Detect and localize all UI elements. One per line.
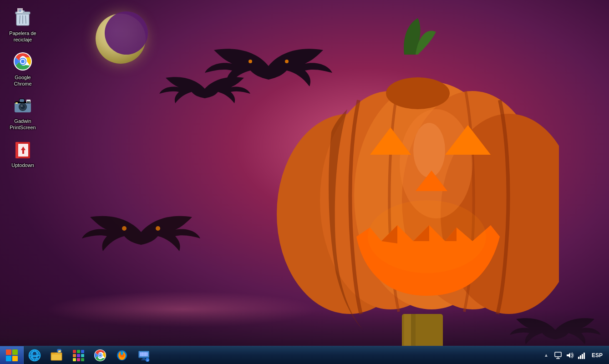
- network-icon[interactable]: [553, 351, 563, 360]
- desktop-icon-gadwin[interactable]: 📷 Gadwin PrintScreen: [5, 92, 41, 133]
- svg-point-3: [156, 226, 160, 231]
- taskbar-item-firefox[interactable]: [112, 347, 132, 364]
- volume-icon[interactable]: [565, 351, 574, 360]
- svg-line-29: [25, 15, 26, 24]
- apps-grid-icon: [72, 349, 85, 362]
- svg-rect-56: [6, 356, 11, 361]
- svg-marker-96: [567, 353, 570, 358]
- taskbar-item-apps[interactable]: [68, 347, 88, 364]
- moon: [96, 14, 146, 64]
- desktop-icons: ♻ Papelera de reciclaje: [5, 5, 41, 170]
- svg-point-78: [99, 354, 102, 356]
- taskbar-item-ie[interactable]: [25, 347, 45, 364]
- svg-rect-57: [12, 356, 18, 361]
- svg-rect-66: [73, 350, 76, 353]
- svg-point-21: [368, 200, 486, 273]
- svg-rect-53: [22, 150, 24, 154]
- taskbar: 📁: [0, 346, 609, 364]
- svg-point-44: [20, 105, 25, 109]
- gadwin-icon: 📷: [12, 94, 34, 116]
- gadwin-label: Gadwin PrintScreen: [6, 118, 39, 131]
- system-tray: ▲: [538, 346, 609, 364]
- windows-logo-icon: [5, 349, 18, 362]
- svg-line-27: [20, 15, 20, 24]
- svg-rect-99: [582, 354, 583, 359]
- file-explorer-icon: 📁: [50, 349, 63, 362]
- svg-point-11: [386, 77, 450, 109]
- svg-rect-73: [77, 358, 80, 361]
- svg-point-0: [249, 60, 252, 63]
- uptodown-label: Uptodown: [11, 162, 34, 168]
- svg-rect-46: [15, 102, 18, 104]
- svg-rect-97: [578, 357, 579, 359]
- svg-text:📁: 📁: [58, 349, 61, 353]
- signal-icon[interactable]: [577, 351, 586, 360]
- recycle-bin-label: Papelera de reciclaje: [6, 30, 39, 43]
- svg-point-10: [413, 123, 445, 177]
- svg-rect-88: [142, 358, 145, 359]
- desktop-icon-chrome[interactable]: Google Chrome: [5, 49, 41, 89]
- svg-rect-67: [77, 350, 80, 353]
- svg-text:📷: 📷: [27, 100, 30, 103]
- svg-rect-72: [73, 358, 76, 361]
- svg-rect-74: [81, 358, 84, 361]
- taskbar-item-file-explorer[interactable]: 📁: [46, 347, 66, 364]
- svg-rect-24: [411, 314, 416, 346]
- svg-rect-23: [404, 314, 411, 346]
- svg-point-45: [21, 105, 23, 107]
- taskbar-item-remote-desktop[interactable]: ⊞: [134, 347, 154, 364]
- ie-icon: [28, 349, 41, 362]
- svg-point-37: [21, 60, 25, 63]
- remote-desktop-icon: ⊞: [137, 349, 150, 362]
- start-button[interactable]: [0, 346, 24, 364]
- svg-point-2: [122, 226, 127, 231]
- desktop-icon-recycle-bin[interactable]: ♻ Papelera de reciclaje: [5, 5, 41, 45]
- svg-text:♻: ♻: [19, 9, 21, 12]
- svg-rect-55: [12, 349, 18, 355]
- desktop: ♻ Papelera de reciclaje: [0, 0, 609, 364]
- svg-rect-71: [81, 354, 84, 357]
- uptodown-icon: [12, 138, 34, 160]
- language-indicator[interactable]: ESP: [589, 352, 605, 359]
- taskbar-items: 📁: [24, 346, 538, 364]
- show-hidden-icons-button[interactable]: ▲: [542, 351, 551, 360]
- svg-rect-41: [20, 99, 24, 102]
- chrome-taskbar-icon: [94, 349, 107, 362]
- pumpkin-icon: [268, 18, 559, 346]
- svg-rect-69: [73, 354, 76, 357]
- svg-rect-54: [6, 349, 11, 355]
- taskbar-item-chrome[interactable]: [90, 347, 110, 364]
- svg-text:⊞: ⊞: [147, 359, 148, 361]
- recycle-bin-icon: ♻: [12, 6, 34, 28]
- bat-3-icon: [82, 205, 200, 259]
- svg-rect-93: [555, 352, 561, 357]
- svg-rect-70: [77, 354, 80, 357]
- chrome-icon: [12, 51, 34, 72]
- firefox-icon: [116, 349, 128, 362]
- svg-rect-98: [580, 355, 581, 359]
- bat-2-icon: [159, 68, 250, 109]
- svg-rect-100: [584, 353, 585, 359]
- chrome-label: Google Chrome: [6, 74, 39, 87]
- desktop-icon-uptodown[interactable]: Uptodown: [5, 136, 41, 170]
- pumpkin-container: [254, 0, 573, 346]
- wallpaper: [0, 0, 609, 364]
- svg-rect-68: [81, 350, 84, 353]
- svg-rect-83: [140, 352, 148, 356]
